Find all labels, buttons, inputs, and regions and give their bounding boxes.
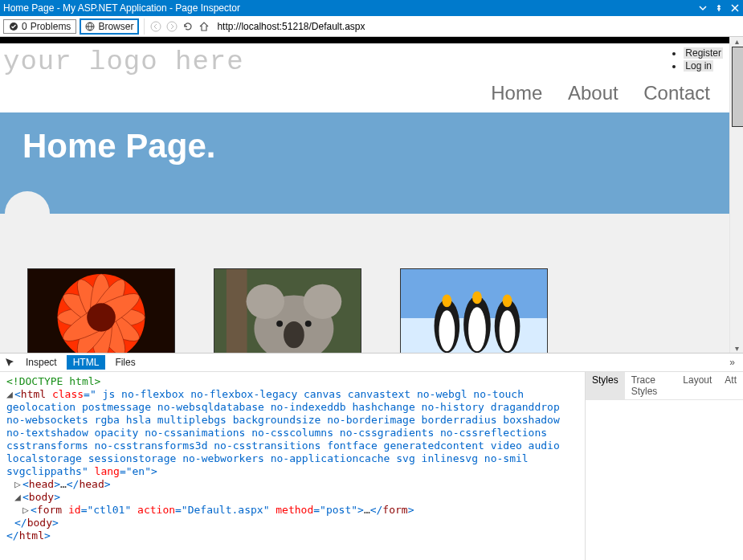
tab-html[interactable]: HTML <box>67 355 106 370</box>
top-black-bar <box>0 37 729 43</box>
register-link[interactable]: Register <box>684 47 723 59</box>
svg-point-31 <box>503 294 512 307</box>
tab-inspect[interactable]: Inspect <box>19 355 63 370</box>
svg-point-20 <box>305 321 312 327</box>
forward-button[interactable] <box>165 20 178 33</box>
nav-contact[interactable]: Contact <box>643 82 710 104</box>
side-tab-attributes[interactable]: Att <box>718 372 743 399</box>
toolbar: 0 Problems Browser <box>0 16 743 37</box>
svg-rect-14 <box>227 269 247 353</box>
problems-count: 0 <box>22 21 27 32</box>
login-link[interactable]: Log in <box>684 60 713 72</box>
svg-point-24 <box>439 310 455 351</box>
svg-point-19 <box>276 321 283 327</box>
globe-icon <box>85 22 95 31</box>
dom-tree[interactable]: <!DOCTYPE html> ◢<html class=" js no-fle… <box>0 372 585 560</box>
element-picker-icon[interactable] <box>3 356 16 369</box>
vertical-scrollbar[interactable]: ▴ ▾ <box>729 37 743 353</box>
svg-point-3 <box>167 22 177 31</box>
collapse-chevrons-icon[interactable]: » <box>729 357 740 368</box>
hero-banner: Home Page. <box>0 112 729 214</box>
main-nav: Home About Contact <box>0 77 729 112</box>
home-button[interactable] <box>198 20 210 33</box>
dom-doctype: <!DOCTYPE html> <box>6 375 100 387</box>
separator <box>144 18 145 35</box>
window-titlebar: Home Page - My ASP.NET Application - Pag… <box>0 0 743 16</box>
gallery-image-penguins <box>400 268 548 353</box>
pin-icon[interactable] <box>714 3 724 13</box>
gallery-image-flower <box>27 268 175 353</box>
image-gallery <box>0 214 729 353</box>
side-tab-layout[interactable]: Layout <box>676 372 718 399</box>
close-icon[interactable] <box>730 3 740 13</box>
browser-label: Browser <box>98 21 133 32</box>
problems-label: Problems <box>31 21 71 32</box>
expand-toggle[interactable]: ▷ <box>22 504 31 517</box>
scroll-down-arrow[interactable]: ▾ <box>730 344 743 353</box>
window-title: Home Page - My ASP.NET Application - Pag… <box>3 2 240 14</box>
dropdown-icon[interactable] <box>698 3 708 13</box>
svg-point-27 <box>468 307 486 351</box>
nav-home[interactable]: Home <box>491 82 542 104</box>
svg-point-12 <box>87 303 116 331</box>
expand-toggle[interactable]: ◢ <box>6 388 14 401</box>
account-links: Register Log in <box>669 47 723 72</box>
page-viewport: your logo here Register Log in Home Abou… <box>0 37 729 353</box>
logo-placeholder: your logo here <box>2 47 244 77</box>
check-circle-icon <box>9 22 18 31</box>
expand-toggle[interactable]: ◢ <box>14 491 22 504</box>
svg-point-28 <box>472 292 482 305</box>
problems-chip[interactable]: 0 Problems <box>3 19 76 34</box>
scroll-thumb[interactable] <box>732 47 743 127</box>
expand-toggle[interactable]: ▷ <box>14 478 22 491</box>
nav-about[interactable]: About <box>568 82 618 104</box>
inspector-panel: Inspect HTML Files » <!DOCTYPE html> ◢<h… <box>0 353 743 560</box>
scroll-up-arrow[interactable]: ▴ <box>730 37 743 46</box>
svg-point-2 <box>151 22 161 31</box>
browser-toggle[interactable]: Browser <box>80 18 139 35</box>
styles-panel: Styles Trace Styles Layout Att <box>585 372 743 560</box>
svg-point-25 <box>442 294 451 307</box>
side-tab-styles[interactable]: Styles <box>586 372 625 399</box>
address-bar[interactable] <box>214 19 740 34</box>
svg-point-17 <box>304 284 341 319</box>
back-button[interactable] <box>149 20 162 33</box>
page-title: Home Page. <box>22 127 707 166</box>
svg-point-18 <box>284 321 304 348</box>
svg-point-30 <box>500 310 516 351</box>
side-tab-trace[interactable]: Trace Styles <box>625 372 677 399</box>
refresh-button[interactable] <box>182 20 194 33</box>
tab-files[interactable]: Files <box>108 355 141 370</box>
gallery-image-koala <box>214 268 361 353</box>
hero-circle-decoration <box>5 191 50 236</box>
svg-point-16 <box>247 284 284 319</box>
